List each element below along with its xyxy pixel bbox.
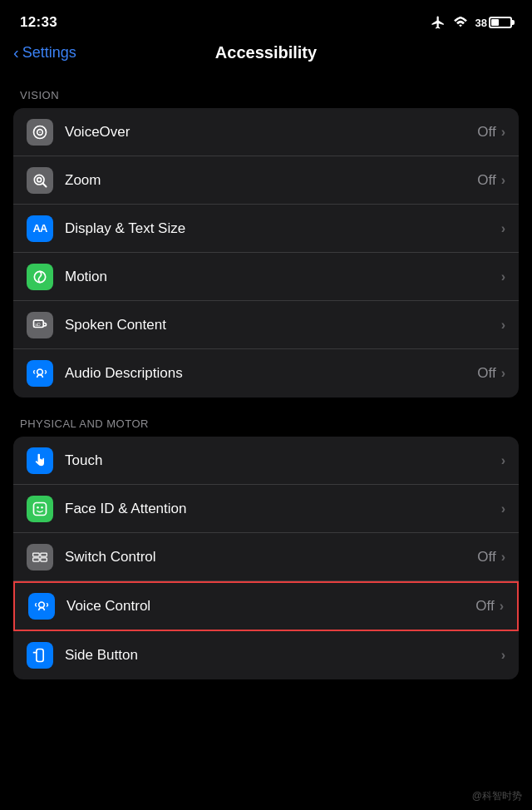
voiceover-icon xyxy=(27,119,53,146)
svg-point-9 xyxy=(37,369,43,375)
zoom-label: Zoom xyxy=(65,172,477,189)
zoom-chevron: › xyxy=(501,173,505,188)
svg-point-17 xyxy=(39,602,45,608)
side-button-icon xyxy=(27,642,53,669)
touch-chevron: › xyxy=(501,453,505,468)
face-id-label: Face ID & Attention xyxy=(65,501,501,517)
battery-indicator: 38 xyxy=(475,17,512,29)
side-button-row[interactable]: Side Button › xyxy=(13,631,519,679)
face-id-row[interactable]: Face ID & Attention › xyxy=(13,485,519,533)
motion-label: Motion xyxy=(65,269,501,285)
voice-control-value: Off xyxy=(475,598,494,615)
spoken-content-row[interactable]: aD Spoken Content › xyxy=(13,301,519,349)
voice-control-label: Voice Control xyxy=(66,598,475,615)
battery-fill xyxy=(491,19,499,26)
voiceover-row[interactable]: VoiceOver Off › xyxy=(13,108,519,156)
face-id-chevron: › xyxy=(501,501,505,516)
svg-rect-13 xyxy=(33,553,40,556)
audio-descriptions-row[interactable]: Audio Descriptions Off › xyxy=(13,349,519,398)
zoom-icon xyxy=(27,167,53,194)
switch-control-label: Switch Control xyxy=(65,549,477,566)
battery-box xyxy=(489,17,512,28)
wifi-icon xyxy=(452,15,469,30)
spoken-content-label: Spoken Content xyxy=(65,317,501,333)
status-bar: 12:33 38 xyxy=(0,0,532,40)
status-icons: 38 xyxy=(431,15,512,30)
svg-point-11 xyxy=(37,506,39,509)
display-text-size-row[interactable]: AA Display & Text Size › xyxy=(13,205,519,253)
back-label: Settings xyxy=(22,44,76,62)
section-label-vision: VISION xyxy=(13,89,519,101)
airplane-icon xyxy=(431,15,446,30)
section-label-physical: PHYSICAL AND MOTOR xyxy=(13,417,519,430)
svg-rect-10 xyxy=(34,502,47,515)
voiceover-label: VoiceOver xyxy=(65,124,477,141)
svg-line-5 xyxy=(42,183,46,186)
zoom-value: Off xyxy=(477,172,495,189)
audio-descriptions-label: Audio Descriptions xyxy=(65,365,477,382)
voice-control-row[interactable]: Voice Control Off › xyxy=(13,581,519,631)
physical-motor-group: Touch › Face ID & Attention › xyxy=(13,437,519,679)
switch-control-icon xyxy=(27,544,53,570)
content-area: VISION VoiceOver Off › xyxy=(0,76,532,679)
face-id-icon xyxy=(27,496,53,522)
display-text-size-label: Display & Text Size xyxy=(65,220,501,237)
touch-icon xyxy=(27,447,53,474)
svg-text:aD: aD xyxy=(35,321,41,326)
watermark: @科智时势 xyxy=(472,789,522,803)
spoken-content-icon: aD xyxy=(27,312,53,338)
motion-icon xyxy=(27,264,53,290)
status-time: 12:33 xyxy=(20,14,57,31)
vision-group: VoiceOver Off › Zoom Off › AA Display & … xyxy=(13,108,519,398)
voice-control-chevron: › xyxy=(500,599,504,614)
audio-descriptions-value: Off xyxy=(477,365,495,382)
side-button-label: Side Button xyxy=(65,647,501,664)
voice-control-icon xyxy=(28,593,55,620)
back-button[interactable]: ‹ Settings xyxy=(13,44,76,62)
side-button-chevron: › xyxy=(501,648,505,663)
switch-control-chevron: › xyxy=(501,550,505,565)
svg-rect-16 xyxy=(41,557,47,561)
touch-row[interactable]: Touch › xyxy=(13,437,519,485)
audio-descriptions-icon xyxy=(27,360,53,387)
zoom-row[interactable]: Zoom Off › xyxy=(13,156,519,205)
voiceover-value: Off xyxy=(477,124,495,141)
nav-bar: ‹ Settings Accessibility xyxy=(0,40,532,76)
spoken-content-chevron: › xyxy=(501,318,505,333)
svg-point-2 xyxy=(39,131,41,133)
svg-rect-18 xyxy=(37,649,43,662)
svg-point-4 xyxy=(37,177,42,181)
battery-percent: 38 xyxy=(475,17,487,29)
page-title: Accessibility xyxy=(215,43,317,62)
motion-chevron: › xyxy=(501,269,505,284)
voiceover-chevron: › xyxy=(501,125,505,140)
switch-control-value: Off xyxy=(477,549,495,566)
svg-point-12 xyxy=(41,506,43,509)
switch-control-row[interactable]: Switch Control Off › xyxy=(13,533,519,581)
motion-row[interactable]: Motion › xyxy=(13,253,519,301)
svg-rect-14 xyxy=(41,553,47,556)
display-text-size-icon: AA xyxy=(27,215,53,242)
touch-label: Touch xyxy=(65,452,501,469)
back-chevron-icon: ‹ xyxy=(13,43,19,62)
display-text-size-chevron: › xyxy=(501,221,505,236)
svg-rect-15 xyxy=(33,557,40,561)
audio-descriptions-chevron: › xyxy=(501,366,505,381)
